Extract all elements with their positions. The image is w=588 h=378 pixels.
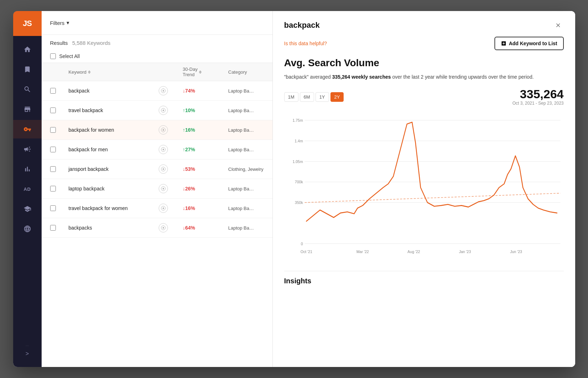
keyword-table: backpack a ↓74% Laptop Ba… travel backpa… [42, 81, 272, 367]
sidebar-item-analytics[interactable] [13, 160, 42, 178]
sidebar-item-product-tracker[interactable] [13, 60, 42, 79]
table-row[interactable]: travel backpack for women a ↓16% Laptop … [42, 199, 272, 218]
table-row[interactable]: backpacks a ↓64% Laptop Ba… [42, 218, 272, 238]
sidebar-item-home[interactable] [13, 40, 42, 59]
sidebar-item-campaigns[interactable] [13, 140, 42, 158]
trend-value: ↓26% [183, 186, 226, 191]
table-row[interactable]: laptop backpack a ↓26% Laptop Ba… [42, 179, 272, 199]
add-keyword-button[interactable]: Add Keyword to List [494, 37, 563, 50]
svg-text:350k: 350k [295, 200, 303, 205]
panel-keyword-title: backpack [284, 21, 320, 30]
table-row[interactable]: backpack a ↓74% Laptop Ba… [42, 81, 272, 101]
add-keyword-label: Add Keyword to List [509, 41, 557, 46]
amazon-icon: a [159, 204, 168, 213]
keyword-name: backpack [69, 88, 156, 94]
keyword-sort-icon[interactable] [88, 70, 91, 74]
svg-text:a: a [163, 168, 164, 170]
svg-text:Jun '23: Jun '23 [510, 250, 522, 254]
svg-text:Aug '22: Aug '22 [407, 250, 420, 254]
category-text: Laptop Ba… [228, 147, 264, 152]
sidebar-item-academy[interactable] [13, 200, 42, 218]
table-row[interactable]: jansport backpack a ↓53% Clothing, Jewel… [42, 159, 272, 179]
row-checkbox[interactable] [50, 225, 56, 231]
keyword-name: backpack for men [69, 147, 156, 152]
amazon-icon: a [159, 164, 168, 174]
results-header: Results 5,588 Keywords [42, 35, 272, 50]
row-checkbox[interactable] [50, 88, 56, 94]
svg-text:1.75m: 1.75m [292, 118, 303, 123]
keyword-col-label: Keyword [69, 69, 87, 75]
category-text: Laptop Ba… [228, 186, 264, 191]
svg-text:Mar '22: Mar '22 [356, 250, 369, 254]
time-tab-1m[interactable]: 1M [284, 92, 298, 102]
category-text: Laptop Ba… [228, 206, 264, 211]
results-count: 5,588 Keywords [72, 40, 111, 46]
table-row[interactable]: travel backpack a ↑10% Laptop Ba… [42, 101, 272, 120]
category-text: Laptop Ba… [228, 108, 264, 113]
keyword-name: jansport backpack [69, 166, 156, 172]
row-checkbox[interactable] [50, 186, 56, 191]
category-text: Laptop Ba… [228, 88, 264, 94]
volume-number: 335,264 [512, 88, 563, 100]
row-checkbox[interactable] [50, 166, 56, 172]
table-row[interactable]: backpack for men a ↑27% Laptop Ba… [42, 140, 272, 159]
sidebar-item-keyword-scout[interactable] [13, 120, 42, 138]
amazon-icon: a [159, 184, 168, 193]
svg-text:Oct '21: Oct '21 [300, 250, 312, 254]
sidebar-item-opportunity[interactable] [13, 100, 42, 119]
amazon-icon: a [159, 145, 168, 154]
collapse-button[interactable]: > [26, 346, 29, 361]
filters-button[interactable]: Filters ▾ [50, 17, 70, 28]
svg-text:a: a [163, 226, 164, 229]
amazon-icon: a [159, 125, 168, 135]
trend-value: ↓64% [183, 225, 226, 231]
main-content: Filters ▾ Results 5,588 Keywords Select … [42, 11, 575, 367]
time-tab-2y[interactable]: 2Y [330, 92, 344, 102]
row-checkbox[interactable] [50, 205, 56, 211]
sidebar: JS [13, 11, 42, 367]
amazon-icon: a [159, 86, 168, 95]
keyword-name: laptop backpack [69, 186, 156, 191]
row-checkbox[interactable] [50, 147, 56, 152]
time-tab-6m[interactable]: 6M [300, 92, 314, 102]
col-header-keyword: Keyword [69, 69, 156, 75]
svg-text:a: a [163, 128, 164, 131]
sidebar-item-search[interactable] [13, 80, 42, 99]
svg-text:a: a [163, 89, 164, 92]
volume-display: 335,264 Oct 3, 2021 - Sep 23, 2023 [512, 88, 563, 106]
sidebar-nav: AD [13, 36, 42, 346]
row-checkbox[interactable] [50, 107, 56, 113]
row-checkbox[interactable] [50, 127, 56, 133]
insights-section: Insights [284, 271, 564, 285]
trend-sort-icon[interactable] [199, 70, 202, 74]
desc-highlight: 335,264 weekly searches [332, 74, 391, 80]
time-range-row: 1M6M1Y2Y 335,264 Oct 3, 2021 - Sep 23, 2… [284, 88, 564, 106]
sidebar-item-ads[interactable]: AD [13, 180, 42, 198]
svg-text:1.4m: 1.4m [295, 139, 303, 143]
trend-value: ↑16% [183, 127, 226, 133]
select-all-checkbox[interactable] [50, 53, 56, 59]
left-panel: Filters ▾ Results 5,588 Keywords Select … [42, 11, 273, 367]
filters-label: Filters [50, 20, 65, 26]
desc-suffix: over the last 2 year while trending upwa… [391, 74, 534, 80]
trend-value: ↓53% [183, 166, 226, 172]
svg-text:a: a [163, 109, 164, 111]
sidebar-item-globe[interactable] [13, 220, 42, 238]
app-logo: JS [13, 11, 42, 36]
select-all-row: Select All [42, 50, 272, 63]
trend-value: ↓16% [183, 205, 226, 211]
chart-container: 1.75m 1.4m 1.05m 700k 350k 0 Oct ' [284, 113, 564, 262]
select-all-label[interactable]: Select All [59, 53, 80, 59]
svg-text:a: a [163, 148, 164, 151]
close-button[interactable] [552, 20, 564, 31]
desc-prefix: "backpack" averaged [284, 74, 332, 80]
time-tab-1y[interactable]: 1Y [316, 92, 329, 102]
insights-title: Insights [284, 277, 564, 285]
section-description: "backpack" averaged 335,264 weekly searc… [284, 73, 564, 81]
table-row[interactable]: backpack for women a ↑16% Laptop Ba… [42, 120, 272, 140]
trend-value: ↓74% [183, 88, 226, 94]
time-tabs: 1M6M1Y2Y [284, 92, 344, 102]
helpful-link[interactable]: Is this data helpful? [284, 41, 327, 46]
panel-header: backpack [284, 20, 564, 31]
volume-date-range: Oct 3, 2021 - Sep 23, 2023 [512, 101, 563, 106]
